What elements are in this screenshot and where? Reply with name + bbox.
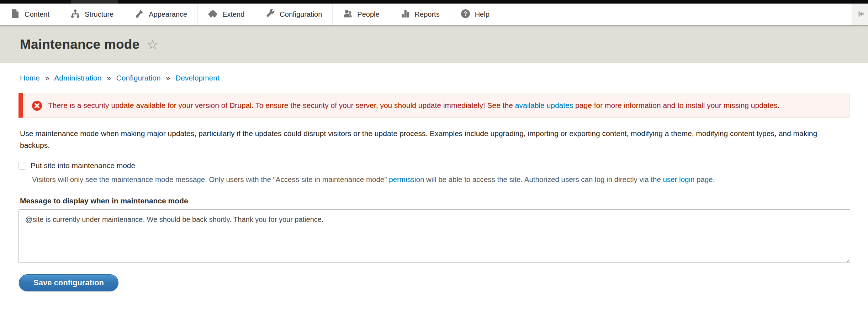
appearance-icon xyxy=(134,9,144,20)
toolbar-item-extend[interactable]: Extend xyxy=(198,4,255,25)
toolbar-item-label: Appearance xyxy=(149,10,187,19)
breadcrumb-link-home[interactable]: Home xyxy=(20,74,40,82)
toolbar-item-label: Reports xyxy=(415,10,440,19)
error-message: There is a security update available for… xyxy=(18,93,850,118)
user-login-link[interactable]: user login xyxy=(663,175,695,183)
breadcrumb-separator: » xyxy=(166,74,170,82)
toolbar-item-configuration[interactable]: Configuration xyxy=(255,4,333,25)
breadcrumb-separator: » xyxy=(45,74,49,82)
page-title-bar: Maintenance mode ☆ xyxy=(0,26,868,63)
error-icon xyxy=(32,100,42,111)
toolbar-item-label: Help xyxy=(475,10,489,19)
toolbar-item-help[interactable]: ? Help xyxy=(450,4,500,25)
maintenance-mode-checkbox-row: Put site into maintenance mode xyxy=(18,161,850,170)
reports-icon xyxy=(401,9,410,20)
admin-toolbar: Content Structure Appearance Extend Conf… xyxy=(0,4,868,26)
available-updates-link[interactable]: available updates xyxy=(515,101,573,109)
extend-icon xyxy=(208,9,218,20)
breadcrumb: Home » Administration » Configuration » … xyxy=(0,63,868,82)
page-title: Maintenance mode xyxy=(20,37,139,52)
toolbar-item-people[interactable]: People xyxy=(333,4,390,25)
toolbar-item-content[interactable]: Content xyxy=(0,4,60,25)
maintenance-message-textarea[interactable]: @site is currently under maintenance. We… xyxy=(18,209,850,263)
active-tab-segment xyxy=(71,0,118,4)
people-icon xyxy=(343,9,353,20)
message-field-label: Message to display when in maintenance m… xyxy=(20,197,848,205)
collapse-left-icon xyxy=(856,9,865,20)
toolbar-item-label: Configuration xyxy=(280,10,322,19)
maintenance-mode-description: Visitors will only see the maintenance m… xyxy=(32,174,848,185)
toolbar-item-label: People xyxy=(357,10,379,19)
maintenance-mode-checkbox-label: Put site into maintenance mode xyxy=(31,161,135,170)
toolbar-item-appearance[interactable]: Appearance xyxy=(124,4,198,25)
maintenance-intro-text: Use maintenance mode when making major u… xyxy=(20,128,848,151)
structure-icon xyxy=(70,9,80,20)
breadcrumb-link-configuration[interactable]: Configuration xyxy=(116,74,161,82)
admin-top-strip xyxy=(0,0,868,4)
help-icon: ? xyxy=(461,9,470,20)
toolbar-item-label: Structure xyxy=(85,10,113,19)
save-configuration-button[interactable]: Save configuration xyxy=(19,274,118,291)
toolbar-item-label: Extend xyxy=(222,10,244,19)
svg-text:?: ? xyxy=(464,10,467,17)
toolbar-item-structure[interactable]: Structure xyxy=(60,4,124,25)
toolbar-orientation-toggle[interactable] xyxy=(852,4,868,25)
toolbar-item-label: Content xyxy=(25,10,49,19)
favorite-star-icon[interactable]: ☆ xyxy=(147,38,159,51)
toolbar-item-reports[interactable]: Reports xyxy=(390,4,450,25)
maintenance-mode-checkbox[interactable] xyxy=(18,162,26,170)
breadcrumb-link-development[interactable]: Development xyxy=(175,74,219,82)
content-icon xyxy=(10,9,20,20)
breadcrumb-link-administration[interactable]: Administration xyxy=(54,74,101,82)
error-text: There is a security update available for… xyxy=(48,99,779,111)
breadcrumb-separator: » xyxy=(107,74,111,82)
permission-link[interactable]: permission xyxy=(389,175,424,183)
configuration-icon xyxy=(265,9,275,20)
